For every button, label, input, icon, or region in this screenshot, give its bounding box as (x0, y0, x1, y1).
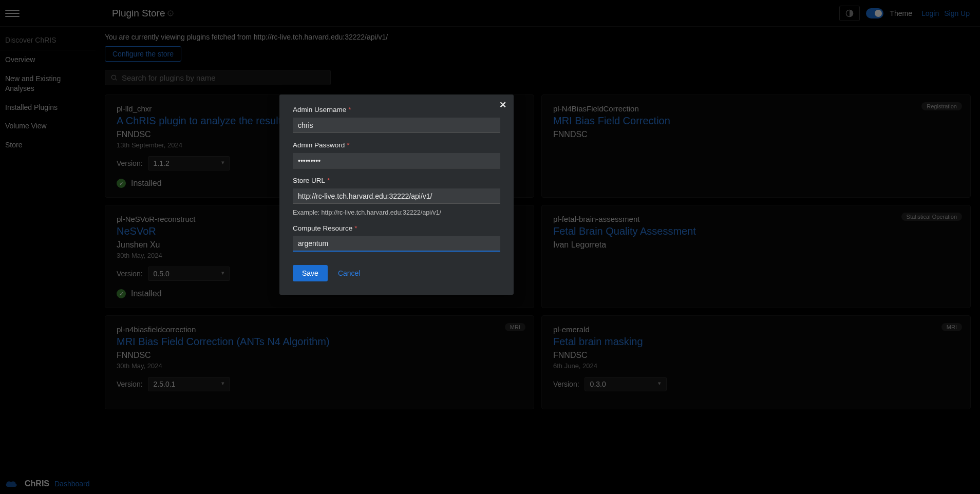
admin-username-label: Admin Username* (293, 106, 500, 113)
compute-resource-label: Compute Resource* (293, 224, 500, 232)
modal-close-icon[interactable]: ✕ (499, 100, 506, 110)
cancel-button[interactable]: Cancel (338, 269, 361, 277)
configure-store-modal: ✕ Admin Username* Admin Password* Store … (279, 94, 514, 295)
save-button[interactable]: Save (293, 265, 328, 281)
admin-password-input[interactable] (293, 153, 500, 168)
store-url-hint: Example: http://rc-live.tch.harvard.edu:… (293, 209, 500, 216)
compute-resource-input[interactable] (293, 236, 500, 252)
admin-password-label: Admin Password* (293, 141, 500, 149)
store-url-input[interactable] (293, 188, 500, 204)
admin-username-input[interactable] (293, 118, 500, 133)
store-url-label: Store URL* (293, 177, 500, 184)
